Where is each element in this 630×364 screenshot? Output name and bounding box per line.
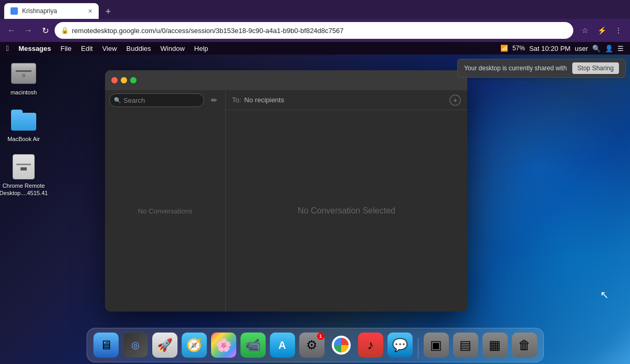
folder-icon [10,106,37,134]
dock-safari[interactable]: 🧭 [181,331,208,359]
chrome-toolbar: ← → ↻ 🔒 remotedesktop.google.com/u/0/acc… [0,19,630,42]
dock-appstore[interactable]: A [269,331,296,359]
back-button[interactable]: ← [4,23,19,38]
desktop-icon-macintosh[interactable]: macintosh [5,60,42,96]
trash-icon: 🗑 [512,333,537,358]
desktop-icon-macbook-air[interactable]: MacBook Air [5,106,42,143]
dock-item-misc3[interactable]: ▦ [481,331,509,359]
desktop-icon-chrome-remote[interactable]: Chrome Remote Desktop....4515.41 [5,153,42,196]
chrome-icon [332,336,351,355]
window-menu[interactable]: Window [156,44,189,53]
siri-icon: ◎ [123,333,148,358]
dock-finder[interactable]: 🖥 [92,331,120,359]
sidebar-toolbar: 🔍 Search ✏ [105,90,225,110]
safari-icon: 🧭 [182,333,207,358]
window-titlebar [105,70,467,90]
clock: Sat 10:20 PM [529,45,571,52]
hdd-graphic [11,63,36,84]
drive-port [20,167,27,170]
photos-icon: 🌸 [211,333,236,358]
dock-siri[interactable]: ◎ [122,331,149,359]
dock-facetime[interactable]: 📹 [239,331,267,359]
dock-item-misc1[interactable]: ▣ [423,331,450,359]
dock-settings[interactable]: ⚙ 1 [298,331,326,359]
tab-title: Krishnapriya [22,7,84,15]
to-label: To: [232,96,241,104]
music-icon: ♪ [358,333,383,358]
add-recipient-button[interactable]: + [449,94,461,106]
finder-icon: 🖥 [93,333,119,358]
mac-dock: 🖥 ◎ 🚀 🧭 🌸 📹 [0,326,630,364]
url-text: remotedesktop.google.com/u/0/access/sess… [72,27,567,35]
file-menu[interactable]: File [56,44,76,53]
edit-menu[interactable]: Edit [77,44,97,53]
compose-button[interactable]: ✏ [207,93,221,107]
dock-messages[interactable]: 💬 [386,331,414,359]
misc3-icon: ▦ [482,333,508,358]
chrome-remote-label: Chrome Remote Desktop....4515.41 [0,183,48,196]
compose-bar: To: No recipients + [226,90,467,110]
launchpad-icon: 🚀 [152,333,177,358]
active-tab[interactable]: Krishnapriya × [4,3,99,19]
dock-item-misc2[interactable]: ▤ [452,331,479,359]
chrome-frame: Krishnapriya × + ← → ↻ 🔒 remotedesktop.g… [0,0,630,364]
folder-graphic [11,110,36,131]
dock-music[interactable]: ♪ [357,331,384,359]
search-input[interactable]: Search [123,97,145,104]
dock-photos[interactable]: 🌸 [210,331,237,359]
messages-dock-icon: 💬 [387,333,413,358]
drive-graphic [13,154,35,179]
close-window-button[interactable] [111,77,118,83]
hdd-light [22,74,25,77]
dock-bar: 🖥 ◎ 🚀 🧭 🌸 📹 [87,328,544,362]
menu-button[interactable]: ⋮ [611,23,626,38]
drive-slot [16,164,31,165]
reload-button[interactable]: ↻ [38,23,52,38]
dock-chrome[interactable] [328,331,355,359]
notification-text: Your desktop is currently shared with [464,65,567,72]
search-icon[interactable]: 🔍 [592,45,601,52]
drive-icon [10,153,37,180]
no-conversations-label: No Conversations [105,110,225,312]
view-menu[interactable]: View [98,44,121,53]
settings-badge: 1 [317,333,324,340]
extensions-button[interactable]: ⚡ [594,23,609,38]
wifi-icon: 📶 [500,45,508,52]
menubar-left:  Messages File Edit View Buddies Window… [6,44,213,53]
mac-content:  Messages File Edit View Buddies Window… [0,42,630,364]
appstore-icon: A [270,333,295,358]
maximize-window-button[interactable] [130,77,136,83]
user-label: user [575,45,588,52]
new-tab-button[interactable]: + [101,4,116,19]
recipient-input[interactable]: No recipients [244,96,446,104]
macbook-air-label: MacBook Air [7,136,40,143]
messages-main: To: No recipients + No Conversation Sele… [226,90,467,312]
hdd-slot [16,70,32,72]
menubar-right: 📶 57% Sat 10:20 PM user 🔍 👤 ☰ [500,45,624,52]
app-name-menu[interactable]: Messages [14,44,55,53]
dock-launchpad[interactable]: 🚀 [151,331,178,359]
forward-button[interactable]: → [21,23,36,38]
window-body: 🔍 Search ✏ No Conversations To: No rec [105,90,467,312]
address-bar[interactable]: 🔒 remotedesktop.google.com/u/0/access/se… [55,22,573,39]
stop-sharing-button[interactable]: Stop Sharing [572,62,619,74]
chrome-tab-bar: Krishnapriya × + [0,0,630,19]
bookmark-button[interactable]: ☆ [578,23,592,38]
no-conversation-selected: No Conversation Selected [226,110,467,312]
minimize-window-button[interactable] [121,77,127,83]
macintosh-label: macintosh [10,89,37,96]
cursor: ↖ [600,288,609,301]
help-menu[interactable]: Help [190,44,213,53]
desktop-icons: macintosh MacBook Air [5,60,42,197]
search-box[interactable]: 🔍 Search [109,93,204,107]
control-center-icon[interactable]: ☰ [617,45,624,52]
toolbar-right: ☆ ⚡ ⋮ [578,23,626,38]
folder-body [11,113,36,131]
search-icon: 🔍 [114,97,121,104]
dock-trash[interactable]: 🗑 [511,331,538,359]
dock-divider [418,338,418,359]
apple-logo[interactable]:  [6,44,9,52]
user-avatar-icon[interactable]: 👤 [605,45,613,52]
tab-close-button[interactable]: × [88,7,92,15]
buddies-menu[interactable]: Buddies [122,44,155,53]
